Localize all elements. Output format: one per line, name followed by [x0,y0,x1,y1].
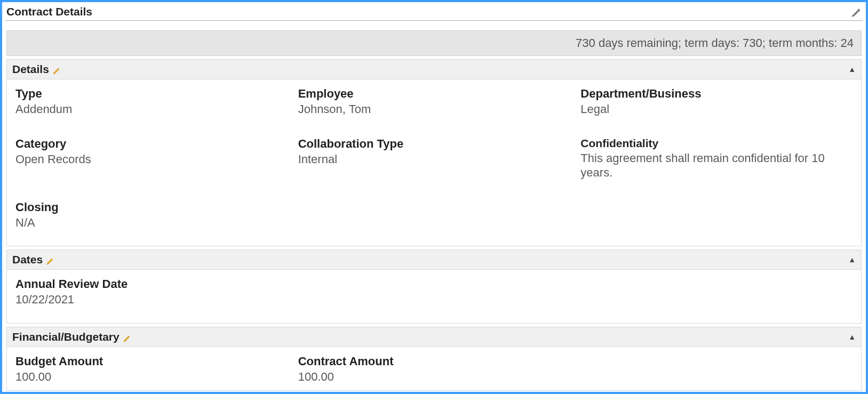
label-employee: Employee [298,87,544,101]
field-collaboration-type: Collaboration Type Internal [298,137,544,180]
value-employee: Johnson, Tom [298,102,544,117]
dates-panel-header[interactable]: Dates ▲ [6,250,862,270]
pencil-icon[interactable] [46,255,54,264]
value-collaboration-type: Internal [298,152,544,167]
field-department: Department/Business Legal [580,87,826,117]
label-budget-amount: Budget Amount [15,355,261,368]
collapse-toggle-icon[interactable]: ▲ [848,65,856,74]
value-annual-review-date: 10/22/2021 [15,292,261,307]
label-category: Category [15,137,261,151]
field-closing: Closing N/A [15,200,261,230]
financial-section-title: Financial/Budgetary [12,331,120,343]
field-employee: Employee Johnson, Tom [298,87,544,117]
value-confidentiality: This agreement shall remain confidential… [580,151,826,180]
details-section-title: Details [12,63,49,76]
label-closing: Closing [15,200,261,214]
value-type: Addendum [15,102,261,117]
label-collaboration-type: Collaboration Type [298,137,544,151]
details-panel-body: Type Addendum Employee Johnson, Tom Depa… [6,79,862,246]
pencil-icon[interactable] [123,333,131,341]
field-category: Category Open Records [15,137,261,180]
financial-panel-header[interactable]: Financial/Budgetary ▲ [6,327,862,347]
value-category: Open Records [15,152,261,167]
collapse-toggle-icon[interactable]: ▲ [848,333,856,341]
details-panel: Details ▲ Type Addendum Employee Johnson… [6,59,862,246]
value-budget-amount: 100.00 [15,369,261,384]
signature-icon[interactable] [851,6,862,17]
value-contract-amount: 100.00 [298,369,544,384]
field-contract-amount: Contract Amount 100.00 [298,355,544,384]
field-type: Type Addendum [15,87,261,117]
label-contract-amount: Contract Amount [298,355,544,368]
page-title: Contract Details [6,5,92,18]
label-type: Type [15,87,261,101]
status-bar: 730 days remaining; term days: 730; term… [6,30,862,56]
value-closing: N/A [15,215,261,230]
label-annual-review-date: Annual Review Date [15,277,261,291]
field-budget-amount: Budget Amount 100.00 [15,355,261,384]
field-annual-review-date: Annual Review Date 10/22/2021 [15,277,261,307]
status-text: 730 days remaining; term days: 730; term… [576,36,854,50]
financial-panel: Financial/Budgetary ▲ Budget Amount 100.… [6,327,862,391]
dates-panel: Dates ▲ Annual Review Date 10/22/2021 [6,250,862,324]
dates-section-title: Dates [12,253,43,266]
field-confidentiality: Confidentiality This agreement shall rem… [580,137,826,180]
pencil-icon[interactable] [52,65,61,74]
dates-panel-body: Annual Review Date 10/22/2021 [6,270,862,324]
label-confidentiality: Confidentiality [580,137,826,150]
page-title-bar: Contract Details [5,4,863,21]
details-panel-header[interactable]: Details ▲ [6,59,862,79]
financial-panel-body: Budget Amount 100.00 Contract Amount 100… [6,347,862,391]
value-department: Legal [580,102,826,117]
collapse-toggle-icon[interactable]: ▲ [848,255,856,264]
label-department: Department/Business [580,87,826,101]
